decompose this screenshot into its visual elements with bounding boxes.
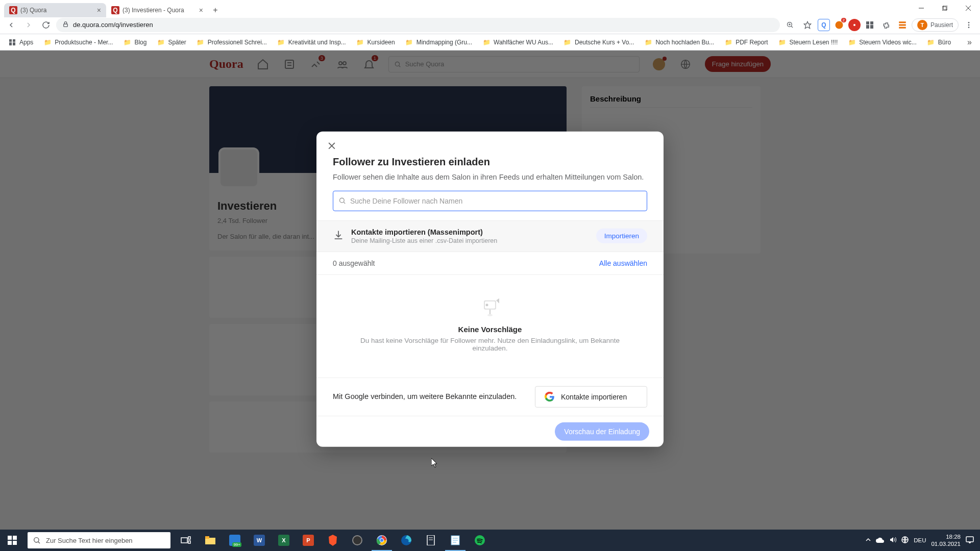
import-contacts-row: Kontakte importieren (Massenimport) Dein… — [316, 220, 664, 252]
ext-icon-2[interactable]: 2 — [833, 19, 845, 31]
powerpoint-icon[interactable]: P — [296, 530, 321, 551]
svg-line-27 — [344, 202, 345, 204]
bookmark-item[interactable]: 📁Später — [153, 36, 190, 48]
invite-followers-modal: Follower zu Investieren einladen Followe… — [316, 131, 664, 446]
window-controls — [910, 0, 980, 16]
svg-point-12 — [853, 24, 855, 26]
svg-rect-36 — [13, 541, 17, 545]
svg-rect-2 — [943, 6, 947, 10]
back-button[interactable] — [4, 18, 18, 32]
browser-tab-0[interactable]: Q (3) Quora × — [4, 3, 106, 17]
modal-title: Follower zu Investieren einladen — [333, 156, 647, 167]
browser-tab-1[interactable]: Q (3) Investieren - Quora × — [106, 3, 208, 17]
brave-icon[interactable] — [321, 530, 345, 551]
ext-icon-1[interactable]: Q — [818, 19, 830, 31]
close-icon[interactable] — [325, 138, 339, 153]
minimize-button[interactable] — [910, 0, 933, 16]
svg-point-26 — [340, 198, 345, 203]
chrome-icon[interactable] — [370, 530, 394, 551]
svg-rect-33 — [8, 536, 12, 540]
taskbar-app-icon[interactable]: 99+ — [223, 530, 247, 551]
folder-icon: 📁 — [564, 38, 572, 46]
preview-invitation-button[interactable]: Vorschau der Einladung — [555, 422, 649, 440]
ext-icon-5[interactable] — [896, 19, 909, 31]
import-button[interactable]: Importieren — [596, 229, 647, 243]
folder-icon: 📁 — [277, 38, 285, 46]
taskbar-app-icon[interactable] — [419, 530, 443, 551]
bookmark-item[interactable]: 📁Kursideen — [352, 36, 399, 48]
bookmark-item[interactable]: 📁Deutsche Kurs + Vo... — [559, 36, 638, 48]
task-view-icon[interactable] — [174, 530, 198, 551]
bookmark-item[interactable]: 📁Büro — [923, 36, 955, 48]
follower-search-input[interactable] — [350, 196, 642, 205]
bookmark-item[interactable]: 📁PDF Report — [720, 36, 772, 48]
file-explorer-icon[interactable] — [198, 530, 223, 551]
folder-icon: 📁 — [848, 38, 856, 46]
bookmark-item[interactable]: 📁Produktsuche - Mer... — [39, 36, 117, 48]
zoom-icon[interactable] — [783, 18, 797, 32]
bookmark-item[interactable]: 📁Mindmapping (Gru... — [401, 36, 476, 48]
google-logo-icon — [545, 391, 555, 402]
bookmark-item[interactable]: 📁Steuern Lesen !!!! — [774, 36, 842, 48]
volume-icon[interactable] — [889, 536, 896, 544]
profile-button[interactable]: T Pausiert — [912, 18, 959, 32]
maximize-button[interactable] — [933, 0, 957, 16]
forward-button[interactable] — [21, 18, 36, 32]
svg-line-7 — [791, 26, 793, 28]
folder-icon: 📁 — [644, 38, 652, 46]
bookmark-item[interactable]: 📁Steuern Videos wic... — [844, 36, 921, 48]
follower-search-box[interactable] — [333, 190, 647, 211]
tab-close-icon[interactable]: × — [199, 6, 203, 14]
ext-icon-4[interactable] — [864, 19, 876, 31]
folder-icon: 📁 — [405, 38, 413, 46]
bookmark-item[interactable]: 📁Noch hochladen Bu... — [640, 36, 718, 48]
taskbar-search[interactable]: Zur Suche Text hier eingeben — [28, 532, 170, 548]
close-window-button[interactable] — [957, 0, 980, 16]
taskbar-clock[interactable]: 18:28 01.03.2021 — [931, 533, 961, 548]
lock-icon — [62, 21, 69, 29]
bookmark-item[interactable]: 📁Professionell Schrei... — [192, 36, 271, 48]
word-icon[interactable]: W — [247, 530, 272, 551]
google-connect-row: Mit Google verbinden, um weitere Bekannt… — [316, 377, 664, 415]
select-all-button[interactable]: Alle auswählen — [599, 259, 647, 267]
edge-icon[interactable] — [394, 530, 419, 551]
bookmark-item[interactable]: 📁Wahlfächer WU Aus... — [478, 36, 557, 48]
bookmarks-overflow[interactable]: » — [963, 36, 976, 49]
network-icon[interactable] — [901, 536, 909, 544]
ext-icon-3[interactable] — [848, 19, 861, 31]
empty-state: Keine Vorschläge Du hast keine Vorschläg… — [333, 274, 647, 377]
onedrive-icon[interactable] — [876, 537, 884, 544]
tab-title-0: (3) Quora — [20, 7, 94, 14]
menu-button[interactable] — [962, 18, 976, 32]
extensions-icon[interactable] — [879, 18, 893, 32]
bookmark-item[interactable]: 📁Blog — [119, 36, 151, 48]
svg-point-13 — [968, 22, 970, 23]
folder-icon: 📁 — [197, 38, 205, 46]
spotify-icon[interactable] — [468, 530, 492, 551]
bookmark-item[interactable]: 📁Kreativität und Insp... — [273, 36, 350, 48]
svg-rect-40 — [188, 537, 190, 539]
obs-icon[interactable] — [345, 530, 370, 551]
folder-icon: 📁 — [43, 38, 52, 46]
address-bar[interactable]: de.quora.com/q/investieren — [56, 18, 780, 32]
svg-rect-41 — [188, 541, 190, 543]
tab-close-icon[interactable]: × — [97, 6, 101, 14]
excel-icon[interactable]: X — [272, 530, 296, 551]
reload-button[interactable] — [39, 18, 53, 32]
svg-rect-58 — [966, 537, 973, 542]
svg-point-37 — [34, 538, 39, 542]
apps-icon — [8, 38, 16, 46]
bookmark-apps[interactable]: Apps — [4, 36, 37, 48]
start-button[interactable] — [0, 530, 24, 551]
svg-point-32 — [487, 314, 493, 316]
star-icon[interactable] — [800, 18, 815, 32]
import-subtitle: Deine Mailing-Liste aus einer .csv-Datei… — [351, 237, 596, 244]
action-center-icon[interactable] — [966, 536, 974, 544]
language-indicator[interactable]: DEU — [914, 537, 926, 543]
new-tab-button[interactable]: + — [208, 3, 223, 17]
tray-chevron-icon[interactable] — [866, 537, 871, 543]
notepad-icon[interactable] — [443, 530, 468, 551]
svg-rect-35 — [8, 541, 12, 545]
google-import-button[interactable]: Kontakte importieren — [535, 386, 647, 407]
svg-point-14 — [968, 24, 970, 26]
